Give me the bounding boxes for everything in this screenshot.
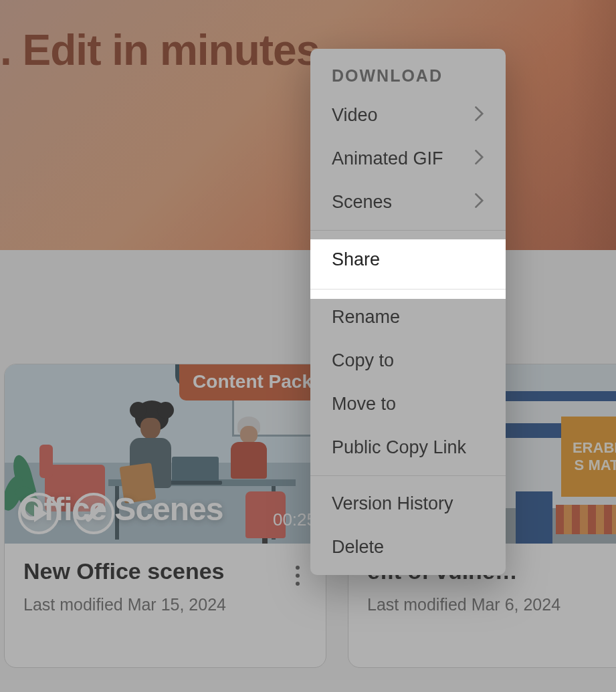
edit-button[interactable] xyxy=(73,493,114,534)
menu-item-download-scenes[interactable]: Scenes xyxy=(310,181,506,230)
hero-title: . Edit in minutes. xyxy=(0,25,330,75)
hero-fade xyxy=(569,0,616,250)
context-menu: DOWNLOAD Video Animated GIF Scenes Share… xyxy=(310,49,506,575)
menu-item-copy-to[interactable]: Copy to xyxy=(310,339,506,382)
card-title: New Office scenes xyxy=(23,558,307,584)
card-subtitle: Last modified Mar 6, 2024 xyxy=(367,595,616,614)
menu-item-label: Video xyxy=(332,105,378,126)
menu-item-download-video[interactable]: Video xyxy=(310,94,506,137)
chevron-right-icon xyxy=(475,148,484,169)
menu-item-label: Move to xyxy=(332,394,396,415)
card-subtitle: Last modified Mar 15, 2024 xyxy=(23,595,307,614)
menu-item-version-history[interactable]: Version History xyxy=(310,476,506,526)
menu-item-label: Version History xyxy=(332,493,453,514)
menu-item-public-copy-link[interactable]: Public Copy Link xyxy=(310,426,506,475)
menu-item-label: Animated GIF xyxy=(332,148,443,169)
video-card[interactable]: Content Pack Office Scenes 00:25 New Off… xyxy=(4,364,326,668)
menu-item-share[interactable]: Share xyxy=(310,231,506,289)
scene-sign: ERABILITY S MATTER xyxy=(561,417,616,497)
chevron-right-icon xyxy=(475,105,484,126)
chevron-right-icon xyxy=(475,192,484,213)
more-button[interactable] xyxy=(284,562,311,589)
menu-item-move-to[interactable]: Move to xyxy=(310,382,506,426)
play-icon xyxy=(34,505,47,522)
menu-item-label: Scenes xyxy=(332,192,392,213)
pencil-icon xyxy=(85,505,102,522)
content-pack-badge: Content Pack xyxy=(179,364,326,400)
menu-item-label: Delete xyxy=(332,537,384,558)
play-button[interactable] xyxy=(18,493,60,534)
menu-item-label: Share xyxy=(332,249,380,270)
menu-item-download-gif[interactable]: Animated GIF xyxy=(310,137,506,181)
menu-item-label: Public Copy Link xyxy=(332,437,466,458)
menu-section-header-download: DOWNLOAD xyxy=(310,49,506,94)
scene-person-2 xyxy=(225,417,276,480)
video-thumbnail[interactable]: Content Pack Office Scenes 00:25 xyxy=(5,364,326,544)
menu-item-delete[interactable]: Delete xyxy=(310,526,506,575)
menu-item-rename[interactable]: Rename xyxy=(310,290,506,339)
scene-shelf xyxy=(556,505,616,534)
hero-banner: . Edit in minutes. xyxy=(0,0,616,250)
menu-item-label: Copy to xyxy=(332,350,394,371)
card-meta: New Office scenes Last modified Mar 15, … xyxy=(5,544,326,629)
menu-item-label: Rename xyxy=(332,307,400,328)
sign-line-1: ERABILITY xyxy=(573,439,616,456)
more-vertical-icon xyxy=(296,566,300,570)
scene-door xyxy=(516,491,552,544)
sign-line-2: S MATTER xyxy=(575,457,616,473)
